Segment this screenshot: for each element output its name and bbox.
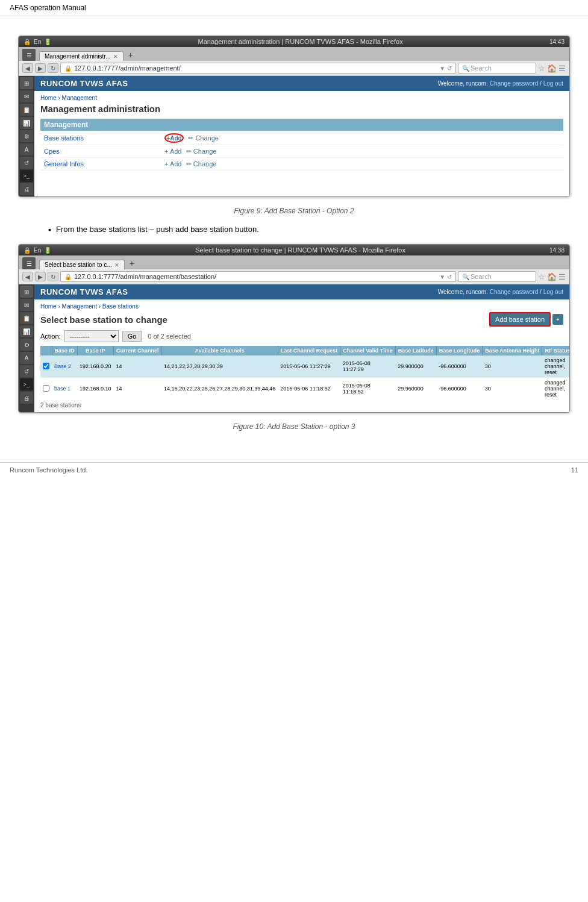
- breadcrumb-management-1[interactable]: Management: [62, 95, 97, 101]
- address-bar-2[interactable]: 🔒 127.0.0.1:7777/admin/management/basest…: [60, 271, 456, 282]
- base2-id-link[interactable]: Base 2: [54, 363, 71, 369]
- section-title-1: Management: [40, 119, 563, 131]
- action-select[interactable]: ---------: [64, 330, 119, 342]
- app-topbar-2: RUNCOM TVWS AFAS Welcome, runcom. Change…: [34, 284, 569, 299]
- os2-icon-settings[interactable]: ⚙: [20, 339, 33, 351]
- home-icon-2[interactable]: 🏠: [547, 272, 557, 281]
- os2-icon-terminal[interactable]: >_: [20, 378, 33, 390]
- os2-icon-font[interactable]: A: [20, 352, 33, 364]
- os2-icon-mail[interactable]: ✉: [20, 299, 33, 311]
- address-nav-icons-2: ▼ ↺: [439, 274, 452, 280]
- menu-icon-1[interactable]: ☰: [558, 64, 566, 73]
- os2-icon-print[interactable]: 🖨: [20, 392, 33, 404]
- os-icon-settings[interactable]: ⚙: [20, 130, 33, 142]
- col-available-channels[interactable]: Available Channels: [161, 346, 278, 355]
- col-latitude[interactable]: Base Latitude: [395, 346, 436, 355]
- new-tab-btn-1[interactable]: +: [125, 49, 137, 61]
- col-base-id[interactable]: Base ID: [52, 346, 77, 355]
- col-checkbox: [40, 346, 52, 355]
- os-icon-print[interactable]: 🖨: [20, 183, 33, 195]
- search-bar-1[interactable]: 🔍 Search: [458, 63, 536, 74]
- logout-link-1[interactable]: Log out: [543, 80, 563, 87]
- add-general-infos-link[interactable]: + Add: [164, 160, 181, 168]
- os2-icon-refresh[interactable]: ↺: [20, 365, 33, 377]
- result-count: 0 of 2 selected: [148, 333, 191, 340]
- general-infos-link[interactable]: General Infos: [44, 160, 84, 168]
- table-header-row: Base ID Base IP Current Channel Availabl…: [40, 346, 569, 355]
- logout-link-2[interactable]: Log out: [543, 289, 563, 295]
- back-btn-1[interactable]: ◀: [22, 63, 33, 73]
- table-row-base1[interactable]: base 1 192.168.0.10 14 14,15,20,22,23,25…: [40, 378, 569, 400]
- col-antenna-height[interactable]: Base Antenna Height: [483, 346, 542, 355]
- cpes-link[interactable]: Cpes: [44, 148, 60, 155]
- titlebar-title-2: Select base station to change | RUNCOM T…: [195, 246, 405, 254]
- reload-btn-2[interactable]: ↻: [48, 272, 58, 281]
- back-btn-2[interactable]: ◀: [22, 272, 33, 281]
- go-button[interactable]: Go: [122, 331, 142, 342]
- add-base-stations-circle: + Add: [164, 133, 184, 143]
- bullet-icon: ▪: [48, 225, 51, 234]
- os2-icon-home[interactable]: ⊞: [20, 286, 33, 298]
- table-row-base2[interactable]: Base 2 192.168.0.20 14 14,21,22,27,28,29…: [40, 355, 569, 378]
- change-password-link-1[interactable]: Change password: [490, 80, 539, 87]
- tab-label-2: Select base station to c...: [45, 262, 112, 268]
- os-icon-doc[interactable]: 📋: [20, 104, 33, 116]
- action-label: Action:: [40, 333, 61, 340]
- browser-window-2: 🔒 En 🔋 Select base station to change | R…: [18, 244, 570, 413]
- reload-btn-1[interactable]: ↻: [48, 63, 58, 73]
- col-longitude[interactable]: Base Longitude: [436, 346, 483, 355]
- new-tab-btn-2[interactable]: +: [126, 257, 138, 269]
- breadcrumb2-management[interactable]: Management: [62, 303, 97, 310]
- forward-btn-1[interactable]: ▶: [35, 63, 46, 73]
- change-base-stations-link[interactable]: ✏ Change: [188, 134, 219, 142]
- os2-icon-doc[interactable]: 📋: [20, 312, 33, 324]
- col-last-channel-request[interactable]: Last Channel Request: [278, 346, 340, 355]
- os-icon-refresh[interactable]: ↺: [20, 157, 33, 169]
- page-heading-2: Select base station to change: [40, 315, 167, 325]
- search-bar-2[interactable]: 🔍 Search: [458, 271, 536, 282]
- os-icon-terminal[interactable]: >_: [20, 170, 33, 182]
- forward-btn-2[interactable]: ▶: [35, 272, 46, 281]
- breadcrumb-2: Home › Management › Base stations: [40, 303, 563, 310]
- bookmark-icon-1[interactable]: ☆: [538, 64, 545, 73]
- menu-icon-2[interactable]: ☰: [558, 272, 566, 281]
- titlebar-time-2: 14:38: [549, 247, 565, 254]
- os-icon-chart[interactable]: 📊: [20, 117, 33, 129]
- breadcrumb2-home[interactable]: Home: [40, 303, 57, 310]
- breadcrumb-1: Home › Management: [40, 95, 563, 101]
- bookmark-icon-2[interactable]: ☆: [538, 272, 545, 281]
- os-icon-home[interactable]: ⊞: [20, 77, 33, 89]
- add-base-station-button[interactable]: Add base station: [489, 312, 551, 327]
- address-bar-1[interactable]: 🔒 127.0.0.1:7777/admin/management/ ▼ ↺: [60, 63, 456, 74]
- active-tab-2[interactable]: Select base station to c... ✕: [39, 260, 125, 269]
- os-icon-mail[interactable]: ✉: [20, 90, 33, 102]
- titlebar-time-1: 14:43: [549, 39, 565, 45]
- active-tab-1[interactable]: Management administr... ✕: [39, 51, 124, 61]
- change-general-infos-link[interactable]: ✏ Change: [186, 160, 217, 168]
- change-password-link-2[interactable]: Change password: [490, 289, 539, 295]
- base1-id-link[interactable]: base 1: [54, 386, 70, 392]
- change-cpes-link[interactable]: ✏ Change: [186, 148, 217, 155]
- home-icon-1[interactable]: 🏠: [547, 64, 557, 73]
- tab-close-1[interactable]: ✕: [113, 54, 118, 60]
- col-current-channel[interactable]: Current Channel: [114, 346, 162, 355]
- search-label-2: Search: [471, 273, 492, 280]
- breadcrumb-home-1[interactable]: Home: [40, 95, 57, 101]
- col-base-ip[interactable]: Base IP: [77, 346, 114, 355]
- checkbox-base1[interactable]: [43, 385, 49, 392]
- add-icon-btn[interactable]: +: [552, 314, 563, 325]
- titlebar-title-1: Management administration | RUNCOM TVWS …: [198, 38, 403, 45]
- col-rf-status[interactable]: RF Status: [542, 346, 569, 355]
- welcome-text-2: Welcome, runcom. Change password / Log o…: [438, 289, 563, 295]
- tab-close-2[interactable]: ✕: [114, 262, 119, 268]
- breadcrumb2-base[interactable]: Base stations: [102, 303, 139, 310]
- base-stations-link[interactable]: Base stations: [44, 134, 84, 142]
- col-channel-valid-time[interactable]: Channel Valid Time: [340, 346, 395, 355]
- os-icon-lock[interactable]: A: [20, 143, 33, 155]
- os2-icon-chart[interactable]: 📊: [20, 325, 33, 337]
- checkbox-base2[interactable]: [43, 363, 49, 369]
- action-bar: Action: --------- Go 0 of 2 selected: [40, 330, 563, 342]
- add-cpes-link[interactable]: + Add: [164, 148, 181, 155]
- footer-company: Runcom Technologies Ltd.: [10, 466, 87, 474]
- os-icon-1: ☰: [22, 49, 36, 61]
